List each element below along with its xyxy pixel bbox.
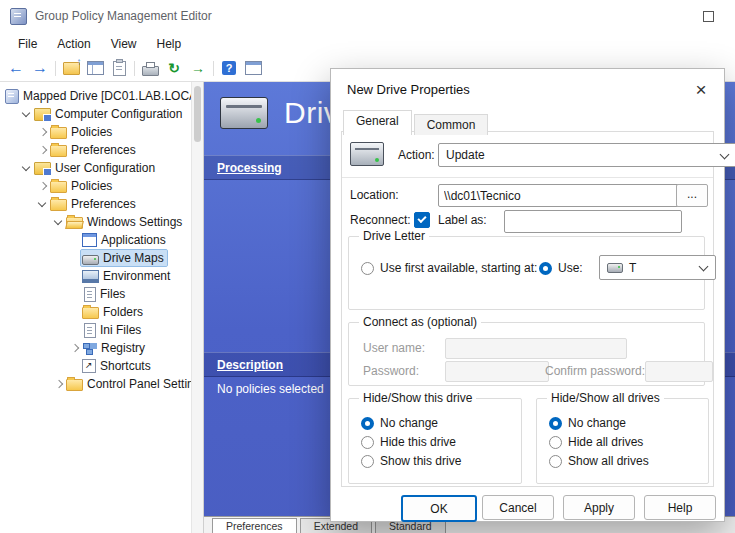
drive-maps-icon (220, 97, 268, 129)
new-window-button[interactable] (241, 57, 265, 79)
chevron-down-icon[interactable] (20, 108, 33, 121)
location-label: Location: (350, 188, 399, 202)
refresh-button[interactable] (162, 57, 186, 79)
radio-icon (361, 455, 374, 468)
chevron-right-icon[interactable] (52, 378, 65, 391)
screen: { "window": { "title": "Group Policy Man… (0, 0, 735, 533)
chevron-spacer (68, 270, 81, 283)
tree-item-mapped-drive-dc01-lab-loca[interactable]: Mapped Drive [DC01.LAB.LOCA (0, 87, 203, 105)
radio-option-no-change[interactable]: No change (361, 416, 438, 430)
chevron-down-icon[interactable] (52, 216, 65, 229)
tree-item-control-panel-setting[interactable]: Control Panel Setting (0, 375, 203, 393)
back-button[interactable] (4, 57, 28, 79)
action-select[interactable]: Update (438, 143, 735, 167)
new-window-icon (245, 61, 262, 75)
radio-option-hide-all-drives[interactable]: Hide all drives (549, 435, 643, 449)
radio-label: Show this drive (380, 454, 461, 468)
tree-item-windows-settings[interactable]: Windows Settings (0, 213, 203, 231)
chevron-down-icon[interactable] (20, 162, 33, 175)
tree-item-content: Folders (81, 304, 146, 320)
menu-view[interactable]: View (101, 34, 147, 54)
ok-button[interactable]: OK (401, 495, 477, 522)
show-console-tree-button[interactable] (83, 57, 107, 79)
tree-item-preferences[interactable]: Preferences (0, 141, 203, 159)
menu-file[interactable]: File (8, 34, 47, 54)
radio-option-show-all-drives[interactable]: Show all drives (549, 454, 649, 468)
tree-item-applications[interactable]: Applications (0, 231, 203, 249)
properties-icon (113, 61, 126, 76)
processing-link[interactable]: Processing (217, 161, 282, 175)
apply-button[interactable]: Apply (563, 495, 635, 520)
tree-scrollbar-thumb[interactable] (194, 86, 201, 142)
label-as-input[interactable] (504, 210, 682, 233)
radio-icon (539, 262, 552, 275)
radio-use-first[interactable]: Use first available, starting at: (361, 261, 537, 275)
tree-scrollbar[interactable] (191, 82, 203, 533)
tree-item-ini-files[interactable]: Ini Files (0, 321, 203, 339)
chevron-right-icon[interactable] (36, 144, 49, 157)
tree-item-policies[interactable]: Policies (0, 123, 203, 141)
chevron-right-icon[interactable] (36, 126, 49, 139)
up-one-level-button[interactable] (59, 57, 83, 79)
tree-item-content: Drive Maps (81, 250, 167, 266)
drive-letter-select[interactable]: T (599, 255, 716, 280)
maximize-button[interactable] (691, 1, 725, 31)
connect-as-group: Connect as (optional) User name: Passwor… (348, 322, 705, 386)
tree-item-label: Environment (103, 269, 170, 283)
show-console-tree-icon (87, 61, 104, 75)
registry-icon (82, 342, 97, 354)
title-bar: Group Policy Management Editor (0, 0, 735, 33)
tree-item-registry[interactable]: Registry (0, 339, 203, 357)
dialog-tab-general[interactable]: General (343, 110, 412, 135)
help-button[interactable]: Help (644, 495, 716, 520)
folder-icon (50, 181, 67, 193)
tree-item-label: User Configuration (55, 161, 155, 175)
radio-use[interactable]: Use: (539, 261, 583, 275)
tree-item-environment[interactable]: Environment (0, 267, 203, 285)
username-label: User name: (363, 341, 425, 355)
window-controls (691, 1, 725, 31)
tree-item-label: Drive Maps (103, 251, 164, 265)
chevron-right-icon[interactable] (36, 180, 49, 193)
menu-help[interactable]: Help (147, 34, 192, 54)
tree-item-preferences[interactable]: Preferences (0, 195, 203, 213)
tree-item-drive-maps[interactable]: Drive Maps (0, 249, 203, 267)
tree-item-files[interactable]: Files (0, 285, 203, 303)
view-tab-preferences[interactable]: Preferences (212, 518, 297, 533)
drive-icon (350, 142, 384, 166)
tree-item-shortcuts[interactable]: Shortcuts (0, 357, 203, 375)
cancel-button[interactable]: Cancel (482, 495, 554, 520)
chevron-right-icon[interactable] (68, 342, 81, 355)
location-input[interactable] (438, 184, 682, 207)
browse-button[interactable]: ... (676, 184, 708, 207)
export-list-button[interactable] (186, 57, 210, 79)
forward-button[interactable] (28, 57, 52, 79)
radio-option-hide-this-drive[interactable]: Hide this drive (361, 435, 456, 449)
chevron-down-icon[interactable] (36, 198, 49, 211)
shortcut-icon (82, 359, 96, 373)
up-one-level-icon (63, 62, 80, 75)
tree-item-policies[interactable]: Policies (0, 177, 203, 195)
export-list-icon (191, 61, 205, 76)
tree-item-user-configuration[interactable]: User Configuration (0, 159, 203, 177)
radio-option-show-this-drive[interactable]: Show this drive (361, 454, 461, 468)
radio-label: Show all drives (568, 454, 649, 468)
tree-item-content: User Configuration (33, 160, 158, 176)
properties-button[interactable] (107, 57, 131, 79)
tree-item-folders[interactable]: Folders (0, 303, 203, 321)
folder-icon (50, 145, 67, 157)
description-link[interactable]: Description (217, 358, 283, 372)
radio-option-no-change[interactable]: No change (549, 416, 626, 430)
tree-item-label: Windows Settings (87, 215, 182, 229)
dialog-close-button[interactable] (688, 77, 714, 103)
tree-item-computer-configuration[interactable]: Computer Configuration (0, 105, 203, 123)
toolbar-separator (213, 61, 214, 76)
action-label: Action: (398, 148, 435, 162)
reconnect-checkbox[interactable] (414, 212, 430, 228)
help-button[interactable] (217, 57, 241, 79)
file-icon (84, 287, 96, 302)
tree-item-label: Policies (71, 179, 112, 193)
print-button[interactable] (138, 57, 162, 79)
dialog-tab-common[interactable]: Common (414, 114, 489, 135)
menu-action[interactable]: Action (47, 34, 100, 54)
